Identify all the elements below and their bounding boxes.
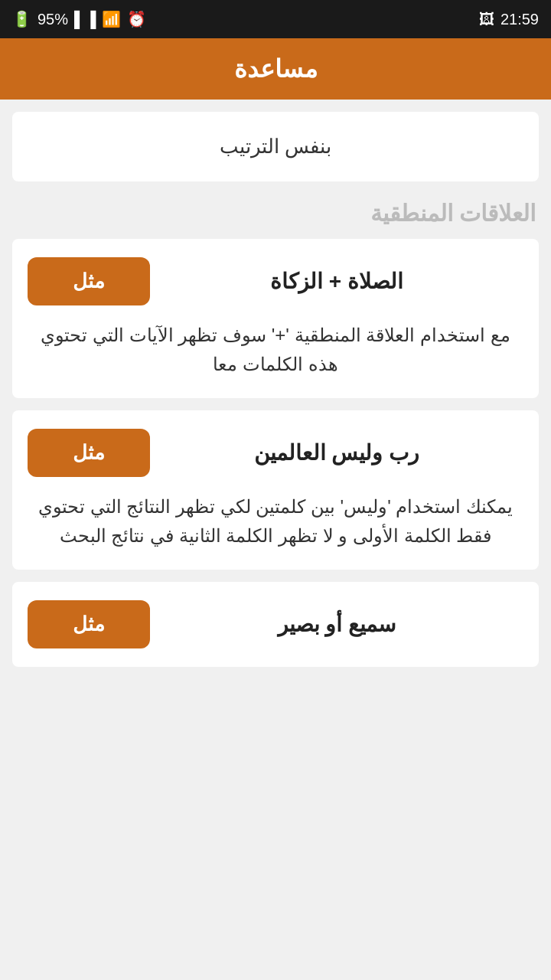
- app-header: مساعدة: [0, 38, 551, 100]
- card2-row: رب وليس العالمين مثل: [28, 429, 523, 477]
- status-left: 21:59 🖼: [479, 11, 539, 28]
- time-display: 21:59: [500, 11, 539, 28]
- card3-example-text: سميع أو بصير: [150, 612, 523, 637]
- battery-display: 95%: [37, 11, 68, 28]
- signal-icon: ▐▌: [74, 11, 96, 28]
- alarm-clock-icon: ⏰: [127, 10, 146, 28]
- card3-example-button[interactable]: مثل: [28, 600, 150, 648]
- card2-example-text: رب وليس العالمين: [150, 440, 523, 466]
- card1-example-text: الصلاة + الزكاة: [150, 269, 523, 294]
- card1-row: الصلاة + الزكاة مثل: [28, 257, 523, 305]
- card2-example-button[interactable]: مثل: [28, 429, 150, 477]
- alarm-icon: 🖼: [479, 11, 494, 28]
- battery-icon: 🔋: [12, 10, 31, 28]
- top-card-text: بنفس الترتيب: [220, 135, 331, 158]
- status-bar: 21:59 🖼 ⏰ 📶 ▐▌ 95% 🔋: [0, 0, 551, 38]
- status-right: ⏰ 📶 ▐▌ 95% 🔋: [12, 10, 146, 28]
- card-and-logical-relation: الصلاة + الزكاة مثل مع استخدام العلاقة ا…: [12, 239, 539, 398]
- card1-example-button[interactable]: مثل: [28, 257, 150, 305]
- section-label: العلاقات المنطقية: [0, 181, 551, 239]
- header-title: مساعدة: [234, 54, 318, 83]
- top-card: بنفس الترتيب: [12, 112, 539, 181]
- card1-description: مع استخدام العلاقة المنطقية '+' سوف تظهر…: [28, 321, 523, 380]
- card2-description: يمكنك استخدام 'وليس' بين كلمتين لكي تظهر…: [28, 492, 523, 551]
- card-or-logical-relation: سميع أو بصير مثل: [12, 582, 539, 667]
- wifi-icon: 📶: [102, 10, 121, 28]
- card-not-logical-relation: رب وليس العالمين مثل يمكنك استخدام 'وليس…: [12, 410, 539, 570]
